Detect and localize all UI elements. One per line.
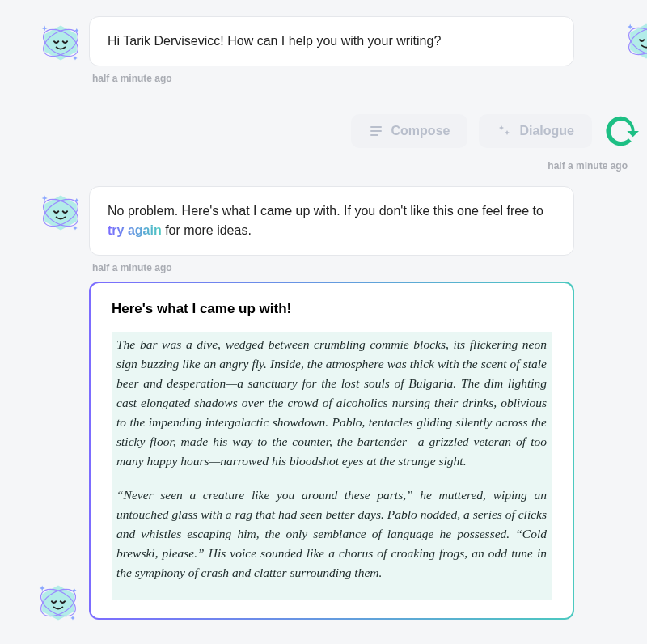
- dialogue-label: Dialogue: [519, 124, 574, 138]
- reply-prefix: No problem. Here's what I came up with. …: [108, 204, 543, 218]
- output-paragraph: “Never seen a creature like you around t…: [116, 485, 547, 583]
- try-again-link[interactable]: try again: [108, 223, 162, 237]
- star-avatar-icon: [36, 581, 80, 625]
- assistant-avatar-bottom: [36, 581, 80, 628]
- assistant-avatar-peek: [624, 19, 647, 66]
- greeting-timestamp: half a minute ago: [89, 73, 574, 84]
- greeting-bubble: Hi Tarik Dervisevicc! How can I help you…: [89, 16, 574, 66]
- assistant-message-row: Hi Tarik Dervisevicc! How can I help you…: [0, 16, 647, 84]
- compose-label: Compose: [391, 124, 450, 138]
- star-avatar-icon: [39, 191, 82, 235]
- dialogue-button[interactable]: Dialogue: [479, 114, 592, 148]
- compose-lines-icon: [369, 124, 383, 138]
- reply-suffix: for more ideas.: [162, 223, 252, 237]
- compose-button[interactable]: Compose: [351, 114, 468, 148]
- star-avatar-icon: [624, 19, 647, 63]
- output-heading: Here's what I came up with!: [112, 301, 552, 317]
- assistant-avatar: [32, 16, 89, 65]
- greeting-text: Hi Tarik Dervisevicc! How can I help you…: [108, 34, 441, 48]
- output-paragraph: The bar was a dive, wedged between crumb…: [116, 335, 547, 471]
- star-avatar-icon: [39, 21, 82, 65]
- actions-timestamp: half a minute ago: [0, 160, 647, 172]
- chat-container: Hi Tarik Dervisevicc! How can I help you…: [0, 0, 647, 620]
- grammarly-badge-icon: [603, 113, 639, 149]
- assistant-reply-row: No problem. Here's what I came up with. …: [0, 186, 647, 273]
- user-action-row: Compose Dialogue: [0, 89, 647, 154]
- reply-timestamp: half a minute ago: [89, 262, 574, 273]
- output-body: The bar was a dive, wedged between crumb…: [112, 332, 552, 600]
- reply-bubble: No problem. Here's what I came up with. …: [89, 186, 574, 256]
- dialogue-sparkle-icon: [497, 124, 511, 138]
- assistant-avatar: [32, 186, 89, 235]
- output-card: Here's what I came up with! The bar was …: [89, 282, 574, 620]
